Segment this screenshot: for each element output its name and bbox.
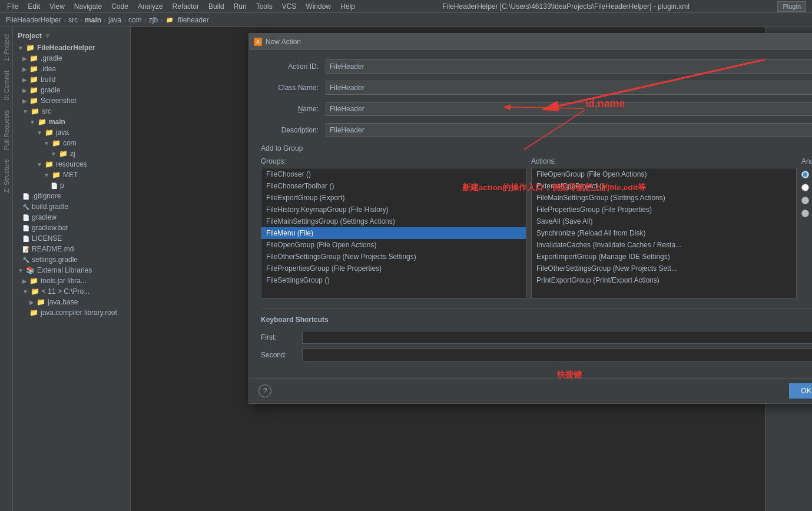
menu-run[interactable]: Run — [229, 1, 251, 12]
list-item[interactable]: SaveAll (Save All) — [532, 215, 796, 227]
list-item[interactable]: FileHistory.KeymapGroup (File History) — [261, 204, 526, 215]
tree-item-build[interactable]: ▶ 📁 build — [13, 74, 130, 85]
tree-item-gradle[interactable]: ▶ 📁 .gradle — [13, 53, 130, 64]
list-item[interactable]: FilePropertiesGroup (File Properties) — [532, 204, 796, 215]
anchor-before[interactable]: Before — [801, 196, 812, 204]
list-item[interactable]: FileChooserToolbar () — [261, 180, 526, 192]
dialog-title: A New Action — [254, 38, 301, 46]
tree-item-java-base[interactable]: ▶ 📁 java.base — [13, 297, 130, 307]
menu-vcs[interactable]: VCS — [277, 1, 301, 12]
bc-main[interactable]: main — [84, 16, 102, 24]
tree-item-tools-jar[interactable]: ▶ 📁 tools.jar libra... — [13, 276, 130, 286]
tree-item-met[interactable]: ▼ 📁 MET — [13, 170, 130, 180]
anchor-after[interactable]: After — [801, 209, 812, 217]
list-item[interactable]: FileOtherSettingsGroup (New Projects Set… — [261, 251, 526, 263]
tree-item-ext-libs[interactable]: ▼ 📚 External Libraries — [13, 265, 130, 276]
file-icon: 📄 — [22, 193, 29, 200]
tree-item-gradlew[interactable]: 📄 gradlew — [13, 212, 130, 223]
list-item[interactable]: FileOpenGroup (File Open Actions) — [532, 168, 796, 180]
list-item[interactable]: FilePropertiesGroup (File Properties) — [261, 263, 526, 274]
expand-icon: ▼ — [44, 140, 49, 147]
tree-item-license[interactable]: 📄 LICENSE — [13, 233, 130, 244]
tree-item-jdk11[interactable]: ▼ 📁 < 11 > C:\Pro... — [13, 286, 130, 297]
menu-navigate[interactable]: Navigate — [69, 1, 107, 12]
menu-build[interactable]: Build — [204, 1, 229, 12]
vtab-commit[interactable]: 0: Commit — [2, 66, 11, 105]
second-shortcut-input[interactable] — [302, 349, 812, 361]
tree-item-zj[interactable]: ▼ 📁 zj — [13, 148, 130, 159]
tree-item-readme[interactable]: 📝 README.md — [13, 244, 130, 254]
action-id-input[interactable] — [326, 59, 812, 74]
list-item[interactable]: Synchronize (Reload All from Disk) — [532, 227, 796, 239]
anchor-first[interactable]: First — [801, 170, 812, 178]
expand-icon: ▶ — [22, 278, 27, 284]
first-shortcut-input[interactable] — [302, 331, 812, 344]
bc-com[interactable]: com — [127, 16, 143, 24]
menu-edit[interactable]: Edit — [23, 1, 45, 12]
file-icon: 📝 — [22, 246, 29, 253]
expand-icon: ▶ — [22, 98, 27, 104]
anchor-after-radio[interactable] — [801, 210, 809, 217]
menu-refactor[interactable]: Refactor — [168, 1, 204, 12]
tree-item-com[interactable]: ▼ 📁 com — [13, 138, 130, 148]
groups-list[interactable]: FileChooser () FileChooserToolbar () Fil… — [261, 168, 526, 298]
list-item[interactable]: ExternalCppProject () — [532, 180, 796, 192]
name-input[interactable] — [326, 102, 812, 116]
vtab-structure[interactable]: Z: Structure — [2, 154, 11, 197]
vtab-project[interactable]: 1: Project — [2, 29, 11, 66]
tree-item-main[interactable]: ▼ 📁 main — [13, 117, 130, 127]
list-item[interactable]: FileMainSettingsGroup (Settings Actions) — [532, 192, 796, 204]
list-item[interactable]: FileSettingsGroup () — [261, 274, 526, 286]
anchor-before-radio[interactable] — [801, 197, 809, 204]
list-item[interactable]: FileChooser () — [261, 168, 526, 180]
tree-item-java[interactable]: ▼ 📁 java — [13, 127, 130, 138]
class-name-input[interactable] — [326, 81, 812, 95]
menu-window[interactable]: Window — [301, 1, 336, 12]
list-item[interactable]: ExportImportGroup (Manage IDE Settings) — [532, 251, 796, 263]
tree-item-screenshot[interactable]: ▶ 📁 Screenshot — [13, 95, 130, 106]
list-item[interactable]: FileOpenGroup (File Open Actions) — [261, 239, 526, 251]
bc-java[interactable]: java — [107, 16, 122, 24]
folder-icon: 📁 — [29, 277, 38, 285]
menu-analyze[interactable]: Analyze — [133, 1, 168, 12]
anchor-last[interactable]: Last — [801, 183, 812, 191]
list-item[interactable]: FileMainSettingsGroup (Settings Actions) — [261, 215, 526, 227]
bc-zjb[interactable]: zjb — [148, 16, 159, 24]
tree-item-idea[interactable]: ▶ 📁 .idea — [13, 64, 130, 74]
bc-src[interactable]: src — [67, 16, 79, 24]
list-item[interactable]: PrintExportGroup (Print/Export Actions) — [532, 274, 796, 286]
list-item[interactable]: InvalidateCaches (Invalidate Caches / Re… — [532, 239, 796, 251]
tree-item-gradle2[interactable]: ▶ 📁 gradle — [13, 85, 130, 95]
file-icon: 📄 — [22, 225, 29, 231]
list-item[interactable]: FileExportGroup (Export) — [261, 192, 526, 204]
plugin-button[interactable]: Plugin — [777, 1, 806, 12]
tree-item-gitignore[interactable]: 📄 .gitignore — [13, 191, 130, 201]
bc-fileheader[interactable]: 📁 fileheader — [164, 16, 211, 24]
description-input[interactable] — [326, 123, 812, 137]
menu-tools[interactable]: Tools — [251, 1, 277, 12]
tree-item-fileheaderhelper[interactable]: ▼ 📁 FileHeaderHelper — [13, 42, 130, 53]
anchor-first-radio[interactable] — [801, 171, 809, 178]
anchor-last-radio[interactable] — [801, 184, 809, 191]
tree-item-java-compiler[interactable]: 📁 java.compiler library.root — [13, 307, 130, 318]
list-item-selected[interactable]: FileMenu (File) — [261, 227, 526, 239]
help-button[interactable]: ? — [258, 384, 271, 397]
tree-item-resources[interactable]: ▼ 📁 resources — [13, 159, 130, 170]
menu-view[interactable]: View — [45, 1, 69, 12]
tree-item-build-gradle[interactable]: 🔧 build.gradle — [13, 201, 130, 212]
tree-item-gradlew-bat[interactable]: 📄 gradlew.bat — [13, 223, 130, 233]
tree-item-p[interactable]: 📄 p — [13, 180, 130, 191]
actions-list[interactable]: FileOpenGroup (File Open Actions) Extern… — [531, 168, 797, 298]
ok-button[interactable]: OK — [789, 383, 812, 399]
vtab-pull[interactable]: Pull Requests — [2, 105, 11, 155]
action-id-row: Action ID: — [261, 59, 812, 74]
tree-item-src[interactable]: ▼ 📁 src — [13, 106, 130, 117]
folder-icon: 📁 — [59, 150, 68, 158]
menu-help[interactable]: Help — [336, 1, 360, 12]
bc-root[interactable]: FileHeaderHelper — [5, 16, 62, 24]
list-item[interactable]: FileOtherSettingsGroup (New Projects Set… — [532, 263, 796, 274]
tree-item-settings-gradle[interactable]: 🔧 settings.gradle — [13, 254, 130, 265]
menu-file[interactable]: File — [2, 1, 23, 12]
menu-code[interactable]: Code — [107, 1, 133, 12]
folder-icon: 📚 — [26, 266, 35, 274]
